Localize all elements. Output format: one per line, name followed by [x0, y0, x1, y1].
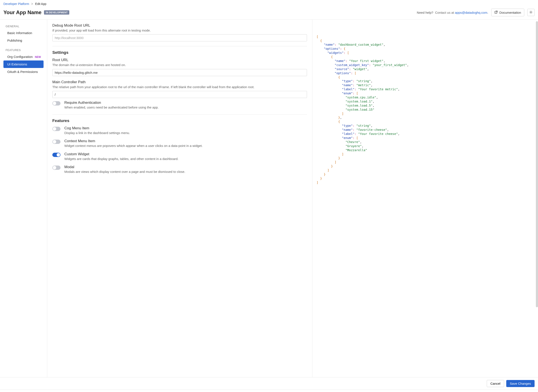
controller-path-desc: The relative path from your application … [52, 85, 307, 89]
feature-toggle-3[interactable] [52, 166, 61, 170]
sidebar: GENERAL Basic Information Publishing FEA… [0, 19, 47, 377]
features-heading: Features [52, 118, 307, 123]
chevron-right-icon [31, 2, 33, 5]
sidebar-item-ui-extensions[interactable]: UI Extensions [3, 61, 43, 68]
root-url-desc: The domain the ui-extension iframes are … [52, 63, 307, 67]
debug-url-label: Debug Mode Root URL [52, 23, 307, 28]
debug-url-desc: If provided, your app will load from thi… [52, 28, 307, 33]
breadcrumb-current: Edit App [35, 2, 46, 5]
page-title: Your App Name [3, 9, 41, 15]
debug-url-input[interactable] [52, 34, 307, 41]
require-auth-toggle[interactable] [52, 101, 61, 106]
feature-toggle-0[interactable] [52, 127, 61, 131]
settings-heading: Settings [52, 50, 307, 55]
sidebar-item-basic-information[interactable]: Basic Information [0, 29, 47, 37]
sidebar-item-org-configuration[interactable]: Org Configuration NEW [0, 53, 47, 61]
status-badge: IN DEVELOPMENT [44, 10, 69, 14]
feature-desc: Display a link in the dashboard settings… [64, 131, 130, 135]
feature-desc: Widget context menus are popovers which … [64, 144, 203, 148]
sidebar-item-publishing[interactable]: Publishing [0, 37, 47, 44]
controller-path-input[interactable] [52, 91, 307, 98]
root-url-label: Root URL [52, 58, 307, 62]
save-button[interactable]: Save Changes [506, 380, 535, 387]
form-pane: Debug Mode Root URL If provided, your ap… [47, 19, 312, 377]
controller-path-label: Main Controller Path [52, 80, 307, 84]
external-link-icon [495, 10, 498, 14]
code-preview-pane: [ { "name": "dashboard_custom_widget", "… [312, 19, 538, 377]
documentation-button[interactable]: Documentation [491, 9, 524, 16]
breadcrumb-root[interactable]: Developer Platform [3, 2, 29, 5]
gear-icon [529, 10, 533, 14]
feature-title: Cog Menu Item [64, 126, 130, 130]
footer-legal: Copyright Datadog, Inc. 2022 - 35.767611… [0, 390, 538, 392]
feature-desc: Modals are views which display content o… [64, 170, 185, 174]
feature-title: Modal [64, 165, 185, 169]
feature-toggle-1[interactable] [52, 140, 61, 144]
help-text: Need help? Contact us at apps@datadoghq.… [417, 11, 488, 14]
help-email-link[interactable]: apps@datadoghq.com [455, 11, 487, 14]
breadcrumb: Developer Platform Edit App [3, 2, 535, 5]
require-auth-desc: When enabled, users need be authenticate… [64, 105, 159, 110]
require-auth-label: Require Authentication [64, 101, 159, 105]
feature-toggle-2[interactable] [52, 153, 61, 157]
feature-title: Custom Widget [64, 152, 178, 156]
sidebar-section-general: GENERAL [0, 23, 47, 29]
feature-desc: Widgets are cards that display graphs, t… [64, 157, 178, 161]
sidebar-item-oauth-permissions[interactable]: OAuth & Permissions [0, 68, 47, 75]
sidebar-section-features: FEATURES [0, 47, 47, 53]
feature-title: Context Menu Item [64, 139, 203, 143]
svg-point-0 [530, 12, 531, 12]
new-badge: NEW [35, 56, 41, 59]
cancel-button[interactable]: Cancel [487, 380, 504, 387]
scrollbar-thumb[interactable] [536, 21, 538, 307]
settings-button[interactable] [527, 9, 535, 16]
root-url-input[interactable] [52, 69, 307, 76]
